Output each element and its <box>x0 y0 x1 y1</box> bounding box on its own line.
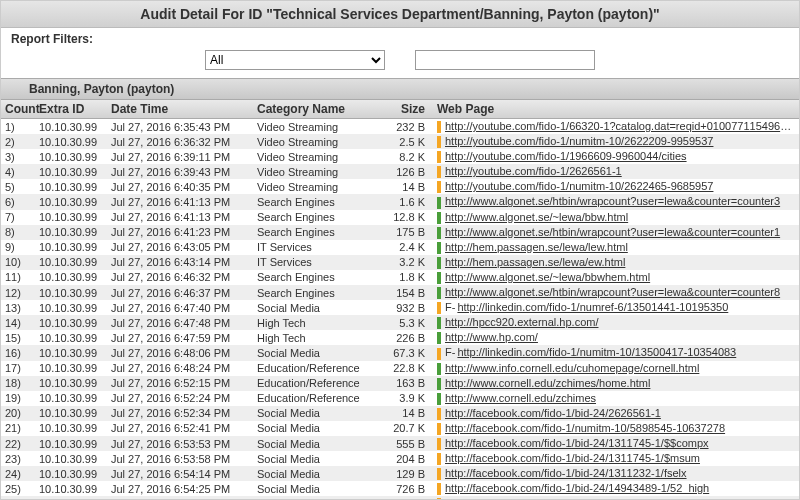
cell-category: Social Media <box>253 466 381 481</box>
webpage-link[interactable]: http://hpcc920.external.hp.com/ <box>445 316 598 328</box>
col-extra[interactable]: Extra ID <box>35 100 107 119</box>
webpage-link[interactable]: http://linkedin.com/fido-1/numitm-10/135… <box>457 346 736 358</box>
status-bar-icon <box>437 408 441 420</box>
cell-size: 932 B <box>381 300 433 315</box>
webpage-link[interactable]: http://www.algonet.se/htbin/wrapcount?us… <box>445 286 780 298</box>
webpage-link[interactable]: http://hem.passagen.se/lewa/ew.html <box>445 256 625 268</box>
page-title: Audit Detail For ID "Technical Services … <box>1 1 799 28</box>
table-row: 23)10.10.30.99Jul 27, 2016 6:53:58 PMSoc… <box>1 451 799 466</box>
cell-category: Social Media <box>253 451 381 466</box>
cell-extra-id: 10.10.30.99 <box>35 285 107 300</box>
cell-webpage: http://www.cornell.edu/zchimes/home.html <box>433 376 799 391</box>
cell-category: Education/Reference <box>253 361 381 376</box>
cell-size: 175 B <box>381 225 433 240</box>
cell-extra-id: 10.10.30.99 <box>35 361 107 376</box>
webpage-link[interactable]: http://youtube.com/fido-1/1966609-996004… <box>445 150 687 162</box>
cell-size: 14 B <box>381 406 433 421</box>
cell-datetime: Jul 27, 2016 6:47:59 PM <box>107 330 253 345</box>
webpage-link[interactable]: http://www.algonet.se/htbin/wrapcount?us… <box>445 226 780 238</box>
cell-category: IT Services <box>253 240 381 255</box>
col-category[interactable]: Category Name <box>253 100 381 119</box>
cell-extra-id: 10.10.30.99 <box>35 225 107 240</box>
cell-count: 8) <box>1 225 35 240</box>
cell-extra-id: 10.10.30.99 <box>35 466 107 481</box>
cell-count: 1) <box>1 119 35 135</box>
cell-count: 18) <box>1 376 35 391</box>
webpage-link[interactable]: http://www.algonet.se/~lewa/bbw.html <box>445 211 628 223</box>
cell-datetime: Jul 28, 2016 3:31:58 PM <box>107 496 253 500</box>
cell-size: 5.3 K <box>381 315 433 330</box>
cell-datetime: Jul 27, 2016 6:35:43 PM <box>107 119 253 135</box>
webpage-link[interactable]: http://youtube.com/fido-1/numitm-10/2622… <box>445 135 713 147</box>
table-row: 13)10.10.30.99Jul 27, 2016 6:47:40 PMSoc… <box>1 300 799 315</box>
table-row: 11)10.10.30.99Jul 27, 2016 6:46:32 PMSea… <box>1 270 799 285</box>
cell-webpage: http://facebook.com/fido-1/numitm-10/589… <box>433 421 799 436</box>
cell-webpage: http://www.algonet.se/htbin/wrapcount?us… <box>433 225 799 240</box>
col-page[interactable]: Web Page <box>433 100 799 119</box>
webpage-link[interactable]: http://www.hp.com/ <box>445 331 538 343</box>
webpage-link[interactable]: http://www.algonet.se/~lewa/bbwhem.html <box>445 271 650 283</box>
report-filters: Report Filters: All <box>1 28 799 78</box>
cell-category: IT Services <box>253 255 381 270</box>
webpage-link[interactable]: http://linkedin.com/fido-1/numref-6/1350… <box>457 301 728 313</box>
status-bar-icon <box>437 151 441 163</box>
status-bar-icon <box>437 468 441 480</box>
cell-webpage: http://facebook.com/fido-1/bid-24/131174… <box>433 436 799 451</box>
filter-input[interactable] <box>415 50 595 70</box>
cell-category: Social Media <box>253 300 381 315</box>
col-count[interactable]: Count <box>1 100 35 119</box>
cell-webpage: http://www.algonet.se/~lewa/bbwhem.html <box>433 270 799 285</box>
cell-datetime: Jul 27, 2016 6:52:24 PM <box>107 391 253 406</box>
webpage-link[interactable]: http://www.cornell.edu/zchimes <box>445 392 596 404</box>
webpage-link[interactable]: http://youtube.com/fido-1/numitm-10/2622… <box>445 180 713 192</box>
cell-count: 15) <box>1 330 35 345</box>
cell-webpage: F-http://linkedin.com/fido-1/numref-6/13… <box>433 300 799 315</box>
cell-size: 226 B <box>381 330 433 345</box>
cell-count: 16) <box>1 345 35 360</box>
cell-extra-id: 10.10.30.99 <box>35 119 107 135</box>
cell-size: 2.5 K <box>381 134 433 149</box>
webpage-link[interactable]: http://www.cornell.edu/zchimes/home.html <box>445 377 650 389</box>
webpage-link[interactable]: http://facebook.com/fido-1/numitm-10/589… <box>445 422 725 434</box>
status-bar-icon <box>437 393 441 405</box>
cell-count: 14) <box>1 315 35 330</box>
webpage-link[interactable]: http://www.algonet.se/htbin/wrapcount?us… <box>445 195 780 207</box>
col-date[interactable]: Date Time <box>107 100 253 119</box>
webpage-link[interactable]: http://facebook.com/fido-1/bid-24/149434… <box>445 482 709 494</box>
cell-datetime: Jul 27, 2016 6:48:24 PM <box>107 361 253 376</box>
cell-category: Education/Reference <box>253 376 381 391</box>
webpage-link[interactable]: http://youtube.com/fido-1/2626561-1 <box>445 165 622 177</box>
cell-extra-id: 10.10.30.99 <box>35 240 107 255</box>
filter-select[interactable]: All <box>205 50 385 70</box>
cell-extra-id: 10.10.30.99 <box>35 270 107 285</box>
cell-webpage: http://www.algonet.se/~lewa/bbw.html <box>433 210 799 225</box>
webpage-link[interactable]: http://facebook.com/fido-1/bid-24/131123… <box>445 467 687 479</box>
cell-category: Video Streaming <box>253 164 381 179</box>
cell-webpage: http://hem.passagen.se/lewa/lew.html <box>433 240 799 255</box>
cell-count: 10) <box>1 255 35 270</box>
cell-datetime: Jul 27, 2016 6:54:14 PM <box>107 466 253 481</box>
cell-datetime: Jul 27, 2016 6:39:43 PM <box>107 164 253 179</box>
cell-webpage: http://facebook.com/fido-1/bid-24/149434… <box>433 481 799 496</box>
cell-category: Search Engines <box>253 270 381 285</box>
cell-extra-id: 10.10.30.99 <box>35 179 107 194</box>
cell-size: 8.2 K <box>381 149 433 164</box>
cell-datetime: Jul 27, 2016 6:41:23 PM <box>107 225 253 240</box>
webpage-link[interactable]: http://facebook.com/fido-1/bid-24/131174… <box>445 452 700 464</box>
webpage-link[interactable]: http://facebook.com/fido-1/bid-24/131174… <box>445 437 709 449</box>
cell-webpage: http://www.info.cornell.edu/cuhomepage/c… <box>433 361 799 376</box>
table-row: 5)10.10.30.99Jul 27, 2016 6:40:35 PMVide… <box>1 179 799 194</box>
cell-count: 12) <box>1 285 35 300</box>
table-row: 6)10.10.30.99Jul 27, 2016 6:41:13 PMSear… <box>1 194 799 209</box>
cell-datetime: Jul 27, 2016 6:40:35 PM <box>107 179 253 194</box>
group-header: Banning, Payton (payton) <box>1 78 799 100</box>
webpage-link[interactable]: http://www.info.cornell.edu/cuhomepage/c… <box>445 362 699 374</box>
webpage-link[interactable]: http://youtube.com/fido-1/66320-1?catalo… <box>445 120 799 132</box>
webpage-link[interactable]: http://facebook.com/fido-1/bid-24/262656… <box>445 407 661 419</box>
table-row: 22)10.10.30.99Jul 27, 2016 6:53:53 PMSoc… <box>1 436 799 451</box>
cell-extra-id: 10.10.30.99 <box>35 315 107 330</box>
cell-extra-id: 10.10.30.99 <box>35 149 107 164</box>
webpage-link[interactable]: http://hem.passagen.se/lewa/lew.html <box>445 241 628 253</box>
cell-extra-id: 10.10.30.99 <box>35 406 107 421</box>
col-size[interactable]: Size <box>381 100 433 119</box>
